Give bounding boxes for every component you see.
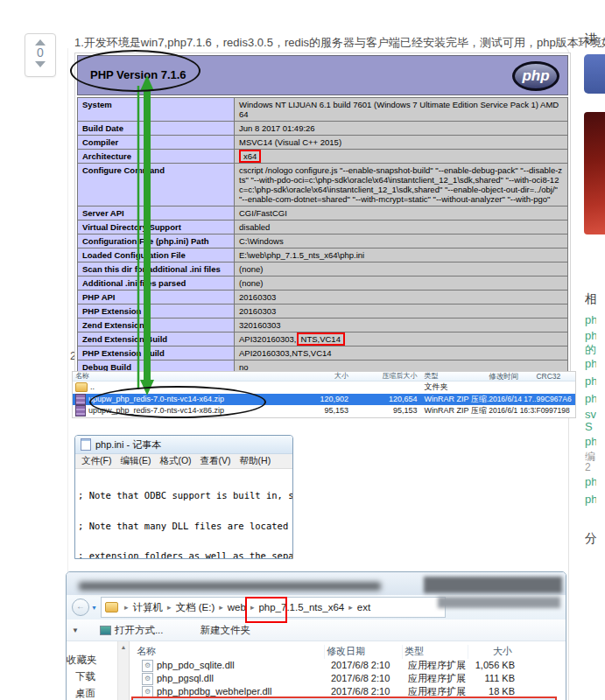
nav-desktop: 桌面	[67, 685, 117, 700]
explorer-column-headers: 名称 修改日期 类型 大小	[130, 645, 566, 659]
notepad-titlebar: php.ini - 记事本	[75, 436, 292, 454]
nts-vc14-red-annotation: NTS,VC14	[297, 332, 345, 346]
notepad-menubar: 文件(F) 编辑(E) 格式(O) 查看(V) 帮助(H)	[75, 454, 292, 469]
vote-widget: 0	[25, 33, 56, 77]
new-folder-button: 新建文件夹	[200, 624, 251, 637]
ini-comment-line: ; Note that many DLL files are located	[78, 522, 292, 532]
vote-count: 0	[25, 47, 55, 59]
ext-breadcrumb-red-annotation	[245, 597, 287, 623]
related-article-link[interactable]: ph	[585, 493, 596, 506]
downvote-button[interactable]	[35, 61, 46, 67]
phpinfo-row-value: E:\web\php_7.1.5_nts_x64\php.ini	[235, 248, 568, 262]
column-header-date: 修改日期	[325, 645, 403, 659]
phpinfo-row-value: x64	[235, 150, 568, 164]
blurred-search-box	[424, 577, 562, 593]
phpinfo-row-value: MSVC14 (Visual C++ 2015)	[235, 136, 568, 150]
sidebar-heading-fragment: 讲	[585, 32, 598, 47]
folder-icon	[105, 602, 118, 612]
zip-file-ellipse-annotation	[89, 386, 266, 418]
related-article-link[interactable]: ph	[585, 435, 596, 448]
notepad-icon	[81, 438, 91, 451]
php-version-ellipse-annotation	[70, 50, 200, 92]
file-date: 2017/6/8 2:10	[329, 672, 406, 685]
file-date: 2016/6/14 17...	[489, 394, 536, 406]
menu-edit: 编辑(E)	[120, 455, 151, 467]
ini-comment-line: ; extension folders as well as the sepa	[78, 551, 292, 559]
breadcrumb-drive: 文档 (E:)	[176, 601, 215, 614]
column-header-type: 类型	[422, 372, 489, 381]
related-article-link[interactable]: ph	[585, 374, 596, 388]
table-row: ⚙php_pdo_sqlite.dll 2017/6/8 2:10 应用程序扩展…	[130, 659, 566, 672]
menu-help: 帮助(H)	[240, 455, 271, 467]
file-type: 文件夹	[422, 382, 489, 394]
architecture-red-annotation: x64	[239, 150, 261, 163]
phpinfo-row-value: CGI/FastCGI	[235, 206, 568, 220]
related-articles-heading-fragment: 相	[585, 291, 598, 307]
crumb-separator-icon: ▸	[167, 603, 172, 612]
sidebar-banner-red[interactable]	[584, 112, 605, 234]
toolbar-dropdown-icon: ▼	[72, 626, 79, 634]
related-article-link[interactable]: ph	[585, 329, 596, 342]
column-header-name: 名称	[73, 372, 292, 381]
phpinfo-row-value: C:\Windows	[235, 234, 568, 248]
sidebar-meta-fragment: 2	[585, 461, 596, 473]
related-article-link[interactable]: ph	[585, 475, 596, 488]
green-arrow-annotation	[121, 60, 177, 405]
explorer-titlebar	[67, 572, 566, 595]
related-article-link[interactable]: S	[585, 420, 596, 433]
breadcrumb-ext: ext	[357, 602, 370, 612]
column-header-type: 类型	[403, 645, 468, 659]
scrollbar: ▲	[117, 641, 130, 700]
file-size: 111 KB	[471, 672, 518, 685]
menu-view: 查看(V)	[200, 455, 231, 467]
explorer-toolbar: ▼ 打开方式... 新建文件夹	[67, 620, 566, 641]
zend-ext-build-prefix: API320160303,	[239, 334, 297, 344]
notepad-content: ; Note that ODBC support is built in, s …	[75, 469, 292, 559]
notepad-title: php.ini - 记事本	[95, 438, 161, 452]
table-row: ⚙php_pgsql.dll 2017/6/8 2:10 应用程序扩展 111 …	[130, 672, 566, 685]
menu-format: 格式(O)	[159, 455, 191, 467]
file-type: 应用程序扩展	[406, 672, 471, 685]
address-dropdown-icon: ▼	[91, 605, 97, 611]
file-crc: 99C967A6	[536, 394, 575, 406]
file-size: 1,056 KB	[471, 659, 518, 672]
scroll-up-icon: ▲	[121, 644, 127, 650]
related-article-link[interactable]: ph	[585, 313, 596, 326]
file-type: WinRAR ZIP 压缩	[422, 405, 489, 417]
ini-comment-line: ; Note that ODBC support is built in, s	[78, 491, 292, 501]
crumb-separator-icon: ▸	[348, 603, 353, 612]
related-article-link[interactable]: ph	[585, 357, 596, 370]
upvote-button[interactable]	[35, 39, 46, 46]
explorer-nav-pane: 收藏夹 下载 桌面	[67, 641, 117, 700]
blurred-title-text	[79, 582, 381, 591]
phpinfo-row-value: (none)	[235, 276, 568, 290]
related-article-link[interactable]: 的	[585, 342, 596, 358]
nav-favorites: 收藏夹	[67, 652, 117, 668]
phpinfo-row-value: Windows NT LIJUAN 6.1 build 7601 (Window…	[235, 98, 568, 122]
blog-page: { "vote": {"count": "0"}, "article": { "…	[0, 0, 605, 700]
column-header-name: 名称	[130, 645, 325, 659]
phpinfo-row-value: disabled	[235, 220, 568, 234]
phpinfo-row-value: API20160303,NTS,VC14	[235, 346, 568, 360]
breadcrumb-computer: 计算机	[132, 601, 163, 614]
dll-file-icon: ⚙	[142, 673, 153, 685]
back-button: ←	[72, 598, 89, 616]
sidebar-banner-blue[interactable]	[584, 54, 605, 94]
file-name: php_pdo_sqlite.dll	[157, 659, 235, 672]
explorer-file-list: 名称 修改日期 类型 大小 ⚙php_pdo_sqlite.dll 2017/6…	[130, 641, 566, 700]
dll-file-icon: ⚙	[142, 660, 153, 672]
up-folder-icon	[75, 382, 88, 392]
article-paragraph-1: 1.开发环境是win7,php7.1.6，redis3.0.5，redis的服务…	[74, 35, 605, 51]
related-article-link[interactable]: sv	[585, 408, 596, 421]
menu-file: 文件(F)	[81, 455, 111, 467]
file-name: ..	[90, 382, 95, 394]
related-article-link[interactable]: ph	[585, 392, 596, 405]
file-date: 2016/6/1 16:33	[489, 405, 536, 417]
notepad-screenshot: php.ini - 记事本 文件(F) 编辑(E) 格式(O) 查看(V) 帮助…	[74, 435, 293, 559]
redis-dll-row-red-annotation	[131, 696, 557, 700]
file-crc: F0997198	[536, 405, 575, 417]
nav-downloads: 下载	[67, 668, 117, 685]
phpinfo-row-value: (none)	[235, 262, 568, 276]
sidebar-section-fragment: 分	[585, 531, 598, 547]
file-type: WinRAR ZIP 压缩...	[422, 394, 489, 406]
